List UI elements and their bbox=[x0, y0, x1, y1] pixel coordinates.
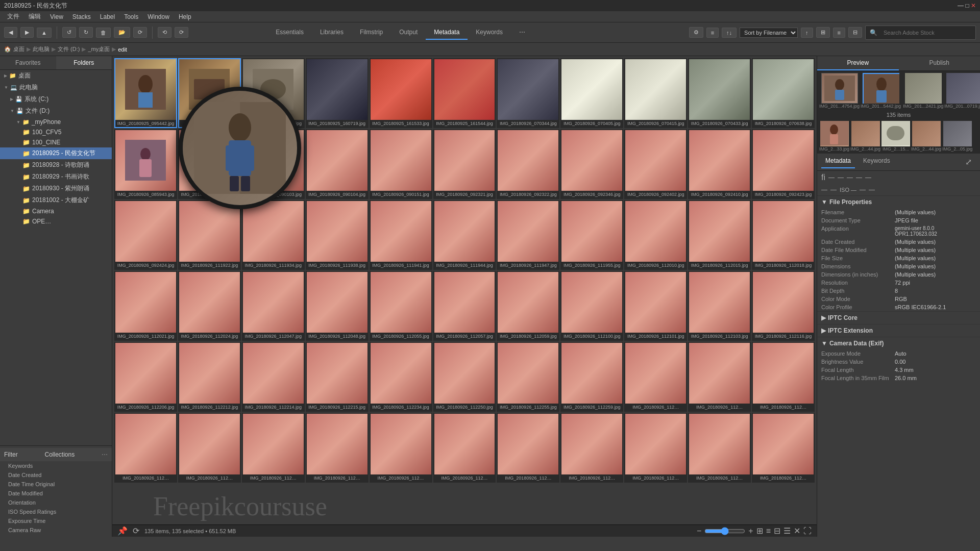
filter-camera-raw[interactable]: Camera Raw bbox=[0, 525, 112, 535]
thumb-item[interactable]: IMG_20180925_095442.jpg bbox=[114, 58, 177, 128]
menu-label[interactable]: Label bbox=[96, 12, 119, 21]
adobe-stock-search[interactable] bbox=[879, 28, 971, 38]
thumb-item[interactable]: IMG_20180926_092322.jpg bbox=[497, 129, 559, 199]
preview-item-2[interactable]: IMG_2...44.jpg bbox=[911, 121, 941, 152]
menu-file[interactable]: 文件 bbox=[3, 11, 23, 22]
fullscreen-btn[interactable]: ⛶ bbox=[803, 527, 812, 536]
tab-favorites[interactable]: Favorites bbox=[0, 56, 56, 69]
filter-iso-speed[interactable]: ISO Speed Ratings bbox=[0, 507, 112, 516]
thumb-item[interactable]: IMG_20180926_112… bbox=[114, 413, 177, 483]
thumb-item[interactable]: IMG_20180926_112… bbox=[624, 342, 687, 412]
thumb-item[interactable]: IMG_20180926_092410.jpg bbox=[688, 129, 751, 199]
thumb-item[interactable]: IMG_20180926_112057.jpg bbox=[433, 271, 496, 341]
thumb-item[interactable]: IMG_20180926_112215.jpg bbox=[306, 342, 369, 412]
tab-libraries[interactable]: Libraries bbox=[312, 26, 352, 40]
pin-btn[interactable]: 📌 bbox=[117, 526, 128, 536]
breadcrumb-current[interactable]: edit bbox=[118, 46, 127, 53]
tab-publish[interactable]: Publish bbox=[899, 56, 981, 70]
thumb-item[interactable]: IMG_20180926_070638.jpg bbox=[752, 58, 815, 128]
tree-20181002[interactable]: 📁 20181002 - 大棚金矿 bbox=[0, 194, 112, 206]
tree-100cine[interactable]: 📁 100_CINE bbox=[0, 137, 112, 147]
tab-more[interactable]: ⋯ bbox=[511, 26, 533, 40]
tree-camera[interactable]: 📁 Camera bbox=[0, 206, 112, 216]
thumb-item[interactable]: IMG_20180926_112… bbox=[688, 342, 751, 412]
tab-preview[interactable]: Preview bbox=[817, 56, 899, 70]
thumb-item[interactable]: IMG_20180926_112… bbox=[178, 413, 241, 483]
view-btn-3[interactable]: ⊟ bbox=[848, 27, 862, 38]
tree-ope[interactable]: 📁 OPE… bbox=[0, 216, 112, 227]
thumb-item[interactable]: IMG_20180926_092423.jpg bbox=[752, 129, 815, 199]
close-panel-btn[interactable]: ✕ bbox=[794, 526, 800, 536]
nav-up-btn[interactable]: ▲ bbox=[37, 28, 52, 38]
thumb-item[interactable]: IMG_20180926_070415.jpg bbox=[624, 58, 687, 128]
thumb-item[interactable]: IMG_20180926_112255.jpg bbox=[497, 342, 559, 412]
thumb-item[interactable]: IMG_20180926_112059.jpg bbox=[497, 271, 559, 341]
thumb-item[interactable]: IMG_20180926_112116.jpg bbox=[752, 271, 815, 341]
thumb-item[interactable]: IMG_20180925_161533.jpg bbox=[370, 58, 432, 128]
thumb-item[interactable]: IMG_20180926_112021.jpg bbox=[114, 271, 177, 341]
file-properties-header[interactable]: ▼ File Properties bbox=[817, 196, 980, 208]
thumb-item[interactable]: IMG_20180926_111922.jpg bbox=[178, 200, 241, 270]
thumb-item[interactable]: IMG_20180926_112… bbox=[752, 342, 815, 412]
iptc-extension-header[interactable]: ▶ IPTC Extension bbox=[817, 324, 980, 337]
thumb-item[interactable]: IMG_20180926_111941.jpg bbox=[370, 200, 432, 270]
zoom-in-btn[interactable]: + bbox=[748, 527, 753, 536]
tree-20180925[interactable]: 📁 20180925 - 民俗文化节 bbox=[0, 147, 112, 159]
collections-label[interactable]: Collections bbox=[44, 451, 75, 458]
menu-window[interactable]: Window bbox=[143, 12, 174, 21]
thumb-item[interactable]: IMG_20180926_111955.jpg bbox=[560, 200, 623, 270]
filter-orientation[interactable]: Orientation bbox=[0, 498, 112, 507]
thumb-item[interactable]: IMG_20180926_112… bbox=[370, 413, 432, 483]
thumb-item[interactable]: IMG_20180926_092321.jpg bbox=[433, 129, 496, 199]
thumb-item[interactable]: IMG_20180926_112… bbox=[306, 413, 369, 483]
thumb-item[interactable]: IMG_20180926_090103.jpg bbox=[242, 129, 305, 199]
sort-select[interactable]: Sort by Filename Sort by Date Sort by Si… bbox=[740, 28, 798, 38]
thumb-item[interactable]: IMG_20180926_092402.jpg bbox=[624, 129, 687, 199]
tab-filmstrip[interactable]: Filmstrip bbox=[352, 26, 391, 40]
thumb-item[interactable]: IMG_20180925_132421.jpg bbox=[242, 58, 305, 128]
tree-drive-d[interactable]: ▼ 💾 文件 (D:) bbox=[0, 105, 112, 117]
nav-forward-btn[interactable]: ▶ bbox=[20, 27, 34, 38]
thumb-item[interactable]: IMG_20180926_090104.jpg bbox=[306, 129, 369, 199]
close-btn[interactable]: ✕ bbox=[971, 2, 976, 9]
thumb-item[interactable]: IMG_20180926_112… bbox=[242, 413, 305, 483]
thumb-item[interactable]: IMG_20180925_124754 bbox=[178, 58, 241, 128]
thumb-item[interactable]: IMG_20180926_112… bbox=[752, 413, 815, 483]
refresh-btn[interactable]: ⟳ bbox=[133, 27, 147, 38]
thumb-item[interactable]: IMG_20180926_112047.jpg bbox=[242, 271, 305, 341]
icon-btn-1[interactable]: ⚙ bbox=[689, 27, 703, 38]
tab-folders[interactable]: Folders bbox=[56, 56, 112, 69]
filter-exposure-time[interactable]: Exposure Time bbox=[0, 516, 112, 525]
thumb-item[interactable]: IMG_20180926_112100.jpg bbox=[560, 271, 623, 341]
tab-keywords[interactable]: Keywords bbox=[468, 26, 511, 40]
tab-essentials[interactable]: Essentials bbox=[267, 26, 312, 40]
tree-20180928[interactable]: 📁 20180928 - 诗歌朗诵 bbox=[0, 159, 112, 171]
icon-btn-2[interactable]: ≡ bbox=[706, 28, 719, 38]
thumb-item[interactable]: IMG_20180926_111944.jpg bbox=[433, 200, 496, 270]
filter-date-modified[interactable]: Date Modified bbox=[0, 489, 112, 498]
open-btn[interactable]: 📂 bbox=[114, 27, 130, 38]
zoom-out-btn[interactable]: − bbox=[697, 527, 701, 536]
tree-desktop[interactable]: ▶ 📁 桌面 bbox=[0, 70, 112, 82]
tab-keywords-panel[interactable]: Keywords bbox=[859, 156, 894, 168]
thumb-item[interactable]: IMG_20180926_112018.jpg bbox=[752, 200, 815, 270]
tree-pc[interactable]: ▼ 💻 此电脑 bbox=[0, 82, 112, 93]
filter-date-time-original[interactable]: Date Time Original bbox=[0, 480, 112, 489]
redo-btn[interactable]: ⟳ bbox=[175, 27, 188, 38]
menu-help[interactable]: Help bbox=[175, 12, 195, 21]
thumb-item[interactable]: IMG_20180926_092424.jpg bbox=[114, 200, 177, 270]
thumb-item[interactable]: IMG_20180926_070433.jpg bbox=[688, 58, 751, 128]
tab-output[interactable]: Output bbox=[391, 26, 426, 40]
thumb-item[interactable]: IMG_20180926_112010.jpg bbox=[624, 200, 687, 270]
view-btn-2[interactable]: ≡ bbox=[833, 28, 845, 38]
rotate-left-btn[interactable]: ↺ bbox=[62, 27, 76, 38]
iptc-core-header[interactable]: ▶ IPTC Core bbox=[817, 312, 980, 324]
thumb-item[interactable]: IMG_20180926_112250.jpg bbox=[433, 342, 496, 412]
camera-data-header[interactable]: ▼ Camera Data (Exif) bbox=[817, 337, 980, 349]
view-btn-1[interactable]: ⊞ bbox=[816, 27, 830, 38]
delete-btn[interactable]: 🗑 bbox=[96, 28, 111, 38]
preview-item-2[interactable]: IMG_2...44.jpg bbox=[850, 121, 880, 152]
maximize-btn[interactable]: □ bbox=[965, 2, 969, 9]
filter-date-created[interactable]: Date Created bbox=[0, 470, 112, 480]
preview-item[interactable]: IMG_201...4754.jpg bbox=[819, 73, 860, 109]
